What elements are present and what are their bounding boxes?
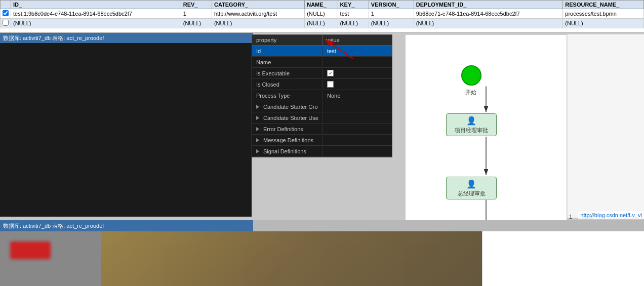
cell-rev: (NULL)	[181, 19, 212, 28]
prop-value-name	[323, 61, 392, 64]
table-row[interactable]: test:1:9b8c0de4-e748-11ea-8914-68ecc5dbc…	[1, 9, 644, 19]
prop-key-message-def: Message Definitions	[252, 136, 323, 145]
prop-row-candidate-user[interactable]: Candidate Starter Use	[252, 112, 392, 124]
prop-row-process-type[interactable]: Process Type None	[252, 90, 392, 101]
prop-value-error-def	[323, 128, 392, 131]
page-number: 1	[567, 213, 574, 221]
prop-row-name[interactable]: Name	[252, 57, 392, 68]
redacted-area	[10, 241, 51, 259]
cell-deployment: (NULL)	[414, 19, 562, 28]
bpmn-start-label: 开始	[465, 89, 476, 96]
cell-deployment: 9b68ce71-e748-11ea-8914-68ecc5dbc2f7	[414, 9, 562, 19]
task1-user-icon: 👤	[466, 116, 476, 126]
executable-checkbox[interactable]	[327, 70, 334, 76]
bpmn-task2[interactable]: 👤 总经理审批	[446, 177, 497, 199]
prop-value-message-def	[323, 139, 392, 142]
prop-row-id[interactable]: Id test	[252, 46, 392, 57]
bottom-left-panel	[0, 231, 101, 286]
prop-value-signal-def	[323, 150, 392, 153]
table-row[interactable]: (NULL) (NULL) (NULL) (NULL) (NULL) (NULL…	[1, 19, 644, 28]
bottom-right-panel	[482, 231, 644, 286]
prop-key-process-type: Process Type	[252, 91, 323, 100]
prop-key-candidate-group: Candidate Starter Gro	[252, 102, 323, 111]
task2-user-icon: 👤	[466, 179, 476, 189]
prop-value-candidate-group	[323, 105, 392, 108]
bottom-content	[0, 231, 644, 286]
cell-id: (NULL)	[11, 19, 181, 28]
prop-key-closed: Is Closed	[252, 80, 323, 89]
col-version: VERSION_	[369, 1, 414, 9]
col-rev: REV_	[181, 1, 212, 9]
prop-row-executable[interactable]: Is Executable	[252, 68, 392, 79]
bpmn-task2-label: 总经理审批	[458, 190, 486, 197]
prop-row-signal-def[interactable]: Signal Definitions	[252, 146, 392, 157]
prop-value-id: test	[323, 47, 392, 56]
prop-value-executable	[323, 68, 392, 78]
collapse-arrow-icon	[256, 149, 259, 153]
prop-header-property: property	[252, 35, 323, 45]
col-category: CATEGORY_	[212, 1, 304, 9]
bottom-center-panel	[101, 231, 482, 286]
prop-key-candidate-user: Candidate Starter Use	[252, 113, 323, 122]
row-checkbox[interactable]	[1, 9, 11, 19]
row-checkbox[interactable]	[1, 19, 11, 28]
closed-checkbox[interactable]	[327, 81, 334, 88]
col-id: ID_	[11, 1, 181, 9]
cell-key: test	[338, 9, 369, 19]
left-background	[0, 34, 252, 217]
col-resource: RESOURCE_NAME_	[563, 1, 644, 9]
cell-resource: (NULL)	[563, 19, 644, 28]
collapse-arrow-icon	[256, 138, 259, 142]
prop-row-candidate-group[interactable]: Candidate Starter Gro	[252, 101, 392, 112]
prop-header: property value	[252, 35, 392, 46]
prop-value-process-type: None	[323, 91, 392, 100]
bpmn-start-event[interactable]	[461, 65, 481, 86]
right-side-panel	[567, 34, 644, 218]
bpmn-task1[interactable]: 👤 项目经理审批	[446, 113, 497, 136]
col-deployment: DEPLOYMENT_ID_	[414, 1, 562, 9]
background-image	[101, 231, 482, 286]
prop-row-error-def[interactable]: Error Definitions	[252, 124, 392, 135]
browser-tab-status: 数据库: activiti7_db 表格: act_re_proodef	[3, 222, 104, 230]
prop-header-value: value	[323, 35, 392, 45]
prop-key-executable: Is Executable	[252, 69, 323, 78]
prop-row-message-def[interactable]: Message Definitions	[252, 135, 392, 146]
watermark-url: http://blog.csdn.net/Lv_vl	[578, 211, 644, 219]
cell-category: (NULL)	[212, 19, 304, 28]
property-panel: property value Id test Name Is Executabl…	[252, 34, 392, 157]
cell-rev: 1	[181, 9, 212, 19]
cell-version: (NULL)	[369, 19, 414, 28]
cell-id: test:1:9b8c0de4-e748-11ea-8914-68ecc5dbc…	[11, 9, 181, 19]
prop-key-error-def: Error Definitions	[252, 125, 323, 134]
browser-bottom: 数据库: activiti7_db 表格: act_re_proodef	[0, 220, 644, 286]
prop-row-closed[interactable]: Is Closed	[252, 79, 392, 90]
collapse-arrow-icon	[256, 105, 259, 109]
db-table: ID_ REV_ CATEGORY_ NAME_ KEY_ VERSION_ D…	[0, 0, 644, 28]
col-checkbox	[1, 1, 11, 9]
collapse-arrow-icon	[256, 127, 259, 131]
col-name: NAME_	[305, 1, 338, 9]
col-key: KEY_	[338, 1, 369, 9]
cell-resource: processes/test.bpmn	[563, 9, 644, 19]
bpmn-task1-label: 项目经理审批	[455, 127, 488, 134]
cell-version: 1	[369, 9, 414, 19]
prop-key-id: Id	[252, 47, 323, 56]
cell-category: http://www.activiti.org/test	[212, 9, 304, 19]
cell-name: (NULL)	[305, 9, 338, 19]
status-bar: 数据库: activiti7_db 表格: act_re_proodef	[0, 33, 253, 43]
cell-name: (NULL)	[305, 19, 338, 28]
collapse-arrow-icon	[256, 116, 259, 120]
prop-key-name: Name	[252, 58, 323, 67]
browser-tab-bar: 数据库: activiti7_db 表格: act_re_proodef	[0, 220, 253, 231]
prop-value-closed	[323, 79, 392, 89]
status-text: 数据库: activiti7_db 表格: act_re_proodef	[3, 34, 104, 42]
cell-key: (NULL)	[338, 19, 369, 28]
prop-value-candidate-user	[323, 116, 392, 119]
database-table-area: ID_ REV_ CATEGORY_ NAME_ KEY_ VERSION_ D…	[0, 0, 644, 33]
prop-key-signal-def: Signal Definitions	[252, 147, 323, 156]
